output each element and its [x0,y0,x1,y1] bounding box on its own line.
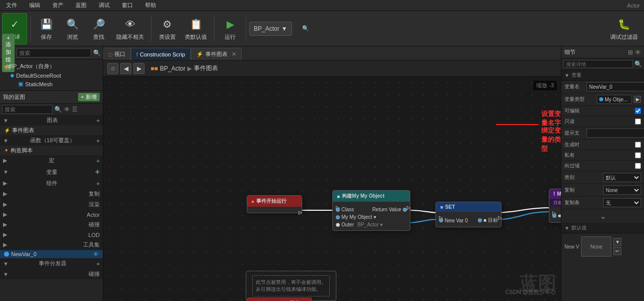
newvar0-item[interactable]: NewVar_0 👁 [0,250,103,258]
debug-filter-button[interactable]: 🐛 调试过滤器 [606,13,642,44]
menu-item-help[interactable]: 帮助 [143,1,158,10]
category-dropdown[interactable]: 默认 [603,173,641,182]
section-variables[interactable]: ▼ 变量 + [0,166,103,178]
editable-checkbox[interactable] [635,108,641,114]
type-selector[interactable]: My Obje... [597,95,632,104]
dropdown-icon: ▼ [281,25,288,32]
canvas-viewport[interactable]: ● 事件开始运行 ▷ ■ 构建My My Object [103,77,561,301]
find-button[interactable]: 🔎 查找 [86,13,111,44]
new-button[interactable]: + 新增 [78,93,100,101]
class-defaults-button[interactable]: 📋 类默认值 [181,13,211,44]
return-val-pin[interactable]: Return Value [372,207,407,212]
replication-dropdown[interactable]: None [603,186,641,195]
menu-icon[interactable]: ☰ [72,106,78,113]
search-actor-icon: 🔍 [302,25,309,32]
event-start-node[interactable]: ● 事件开始运行 ▷ [247,195,302,213]
forward-button[interactable]: ▶ [133,63,145,74]
varname-input[interactable] [587,82,644,91]
set-target-pin[interactable]: ■ 目标 [478,217,498,224]
menu-item-asset[interactable]: 资产 [50,1,65,10]
detail-search-input[interactable] [563,60,633,68]
event-graph-item[interactable]: ⚡ 事件图表 [0,126,103,135]
search-actor-button[interactable]: 🔍 [293,13,318,44]
run-icon: ▶ [222,16,238,32]
bookmark-button[interactable]: ☆ [107,63,118,74]
static-mesh-item[interactable]: ▣ StaticMesh [2,80,101,88]
spawn-hidden-row: 生成时 [561,140,644,150]
tooltip-input[interactable] [587,129,644,138]
construct-script-item[interactable]: ✦ 构造脚本 [0,146,103,155]
class-pin[interactable]: Class [336,207,354,212]
add-macro-icon[interactable]: + [97,158,100,164]
toolset-chevron-icon: ▶ [3,242,7,248]
add-component-small-icon[interactable]: + [97,180,100,187]
menu-item-file[interactable]: 文件 [4,1,19,10]
right-panel: 细节 ⊞ 👁 🔍 ▼ 变量 变量名 变量类型 My Obje... ▶ [561,46,644,301]
my-function-node[interactable]: f My Function 目标是My Object ▷ ▷ [549,189,561,223]
add-variable-icon[interactable]: + [95,167,100,176]
set-new-var-pin[interactable]: New Var 0 [439,218,468,223]
class-settings-button[interactable]: ⚙ 类设置 [155,13,180,44]
default-scene-root-item[interactable]: ◆ DefaultSceneRoot [2,71,101,80]
rep-condition-dropdown[interactable]: 无 [603,198,641,207]
run-button[interactable]: ▶ 运行 [218,13,243,44]
var-eye-icon[interactable]: 👁 [93,251,99,257]
eye-icon[interactable]: 👁 [64,106,70,113]
section-components[interactable]: ▶ 组件 + [0,178,103,189]
add-dispatcher-icon[interactable]: + [97,261,100,267]
event-start-header: ● 事件开始运行 [247,196,302,207]
section-collision-bottom[interactable]: ▼ 碰撞 [0,269,103,279]
my-object-pin[interactable]: My My Object ▾ [336,213,407,221]
save-button[interactable]: 💾 保存 [34,13,59,44]
back-button[interactable]: ◀ [120,63,131,74]
default-values-section-header[interactable]: ▼ 默认值 [561,223,644,233]
val-reset-button[interactable]: ↩ [613,247,621,255]
menu-item-blueprint[interactable]: 蓝图 [74,1,89,10]
macro-chevron-icon: ▶ [3,157,7,164]
set-node[interactable]: ■ SET ▷ ▷ New Var [436,202,502,227]
add-function-icon[interactable]: + [97,138,100,144]
section-diagrams[interactable]: ▼ 图表 + [0,115,103,126]
section-event-dispatcher[interactable]: ▼ 事件分发器 + [0,258,103,269]
expand-more-button[interactable]: ⌄ [561,209,644,223]
outer-pin[interactable]: Outer BP_Actor ▾ [336,221,407,228]
viewport-tab[interactable]: □ 视口 [103,48,131,60]
section-macro[interactable]: ▶ 宏 + [0,155,103,166]
mesh-icon: ▣ [18,81,23,87]
section-lod[interactable]: ▶ LOD [0,230,103,239]
bp-actor-dropdown[interactable]: BP_Actor ▼ [249,22,292,36]
section-actor[interactable]: ▶ Actor [0,210,103,219]
spawn-hidden-checkbox[interactable] [635,142,641,148]
close-tab-icon[interactable]: ✕ [232,51,236,57]
section-collision[interactable]: ▶ 碰撞 [0,219,103,230]
section-functions[interactable]: ▼ 函数（18可覆盖） + [0,135,103,146]
private-checkbox[interactable] [635,152,641,158]
bp-actor-root-item[interactable]: ■ BP_Actor（自身） [2,62,101,71]
menu-item-debug[interactable]: 调试 [97,1,112,10]
type-expand-button[interactable]: ▶ [634,96,641,103]
grid-view-icon[interactable]: ⊞ [628,49,633,56]
component-search-input[interactable] [17,48,91,57]
add-diagram-icon[interactable]: + [97,117,100,124]
construction-script-tab[interactable]: f Construction Scrip [131,48,191,60]
type-indicator-dot [599,97,603,101]
replication-row: 复制 None [561,184,644,197]
readonly-checkbox[interactable] [635,118,641,125]
menu-item-edit[interactable]: 编辑 [27,1,42,10]
expose-network-checkbox[interactable] [635,163,641,169]
section-toolset[interactable]: ▶ 工具集 [0,239,103,250]
hide-unrelated-button[interactable]: 👁 隐藏不相关 [112,13,148,44]
construct-node[interactable]: ■ 构建My My Object ▷ ▷ [332,190,410,231]
annotation-bindvartype: 绑定变量的类型 [541,126,561,153]
blueprint-search-input[interactable] [2,105,52,114]
section-copy[interactable]: ▶ 复制 [0,189,103,199]
event-actor-begin-node[interactable]: ● 事件Actor开始置叠 ▷ Other Actor [247,297,312,301]
val-expand-button[interactable]: ▼ [613,238,621,246]
variables-section-header[interactable]: ▼ 变量 [561,70,644,81]
browse-button[interactable]: 🔍 浏览 [60,13,85,44]
default-val-box[interactable]: None [581,236,611,257]
section-render[interactable]: ▶ 渲染 [0,199,103,210]
eye-settings-icon[interactable]: 👁 [635,49,641,56]
menu-item-window[interactable]: 窗口 [120,1,135,10]
event-graph-tab[interactable]: ⚡ 事件图表 ✕ [191,48,242,60]
